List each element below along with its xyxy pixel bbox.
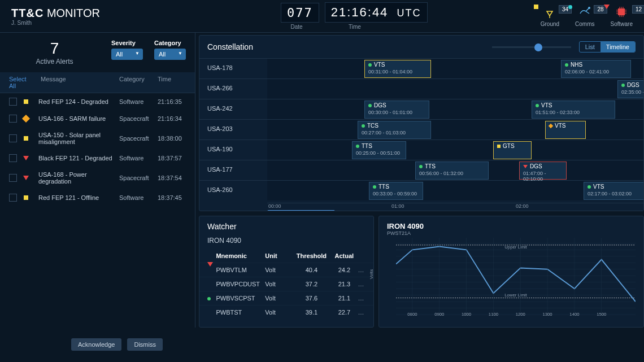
- alert-checkbox[interactable]: [9, 174, 17, 182]
- watcher-row[interactable]: PWBVPCDUSTVolt37.221.3…: [199, 277, 373, 291]
- timeline-event[interactable]: VTS01:51:00 - 02:33:00: [532, 101, 615, 119]
- timeline-event[interactable]: VTS02:17:00 - 03:02:00: [584, 182, 643, 200]
- more-icon[interactable]: …: [358, 309, 366, 316]
- timeline-event[interactable]: GTS: [493, 141, 532, 159]
- svg-text:1200: 1200: [516, 312, 526, 316]
- alert-checkbox[interactable]: [9, 98, 17, 106]
- more-icon[interactable]: …: [358, 295, 366, 302]
- watcher-title: Watcher: [199, 216, 373, 237]
- timeline-event[interactable]: NHS02:06:00 - 02:41:00: [561, 60, 631, 78]
- timeline-event[interactable]: VTS00:31:00 - 01:04:00: [364, 60, 431, 78]
- status-count: 12: [632, 5, 644, 14]
- more-icon[interactable]: …: [358, 281, 366, 287]
- svg-rect-1: [618, 8, 625, 15]
- severity-icon: [207, 267, 216, 273]
- dismiss-button[interactable]: Dismiss: [127, 338, 163, 351]
- timeline-track[interactable]: DGS02:35:00 -: [267, 79, 643, 99]
- timeline-track[interactable]: TCS00:27:00 - 01:03:00 VTS: [267, 120, 643, 139]
- timeline-event[interactable]: TTS00:56:00 - 01:32:00: [415, 162, 489, 180]
- severity-icon: [21, 176, 31, 180]
- alert-row[interactable]: Black FEP 121 - DegradedSoftware18:37:57: [0, 150, 195, 167]
- satellite-label: USA-203: [199, 120, 267, 139]
- alert-row[interactable]: USA-166 - SARM failureSpacecraft21:16:34: [0, 110, 195, 127]
- view-list-tab[interactable]: List: [580, 42, 601, 52]
- antenna-icon: [543, 6, 556, 18]
- svg-point-0: [588, 7, 590, 9]
- severity-icon: [21, 116, 31, 121]
- zoom-slider[interactable]: [492, 46, 571, 48]
- view-timeline-tab[interactable]: Timeline: [601, 42, 635, 52]
- clock-time: 21:16:44 UTC: [325, 2, 428, 23]
- user-name: J. Smith: [11, 20, 100, 26]
- timeline-event[interactable]: DGS01:47:00 - 02:10:00: [519, 162, 567, 180]
- acknowledge-button[interactable]: Acknowledge: [71, 338, 121, 351]
- timeline-event[interactable]: TCS00:27:00 - 01:03:00: [358, 121, 431, 139]
- satellite-label: USA-178: [199, 59, 267, 78]
- satellite-label: USA-190: [199, 140, 267, 160]
- svg-text:1300: 1300: [543, 312, 553, 316]
- svg-text:1000: 1000: [462, 312, 472, 316]
- alert-row[interactable]: USA-168 - Power degradationSpacecraft18:…: [0, 167, 195, 189]
- satellite-label: USA-266: [199, 79, 267, 99]
- alert-checkbox[interactable]: [9, 154, 17, 162]
- chart-panel: IRON 4090 PWST21A Volts 0102030405060708…: [378, 216, 644, 328]
- watcher-iron: IRON 4090: [199, 237, 373, 249]
- watcher-row[interactable]: PWBVSCPSTVolt37.621.1…: [199, 291, 373, 305]
- timeline-track[interactable]: VTS00:31:00 - 01:04:00 NHS02:06:00 - 02:…: [267, 59, 643, 78]
- severity-icon: [207, 295, 216, 302]
- timeline-track[interactable]: TTS00:25:00 - 00:51:00 GTS: [267, 140, 643, 160]
- clock-day: 077: [281, 3, 319, 23]
- alert-row[interactable]: Red FEP 124 - DegradedSoftware21:16:35: [0, 93, 195, 110]
- svg-text:Upper Limit: Upper Limit: [504, 245, 527, 250]
- svg-text:0800: 0800: [407, 312, 417, 316]
- severity-icon: [21, 156, 31, 160]
- alert-checkbox[interactable]: [9, 134, 17, 142]
- timeline-track[interactable]: TTS00:56:00 - 01:32:00 DGS01:47:00 - 02:…: [267, 160, 643, 180]
- severity-icon: [21, 195, 31, 200]
- timeline-track[interactable]: DGS00:30:00 - 01:01:00 VTS01:51:00 - 02:…: [267, 99, 643, 119]
- timeline-event[interactable]: TTS00:33:00 - 00:59:00: [369, 182, 423, 200]
- alerts-count: 7 Active Alerts: [9, 40, 100, 66]
- timeline-event[interactable]: VTS: [545, 121, 586, 139]
- watcher-row[interactable]: PWBVTLMVolt40.424.2…: [199, 263, 373, 277]
- severity-icon: [21, 99, 31, 104]
- satellite-label: USA-260: [199, 181, 267, 200]
- status-software[interactable]: 12Software: [611, 5, 633, 27]
- app-logo: TT&C MONITOR J. Smith: [11, 7, 100, 26]
- svg-text:1100: 1100: [489, 312, 499, 316]
- timeline-event[interactable]: DGS00:30:00 - 01:01:00: [364, 101, 429, 119]
- alert-checkbox[interactable]: [9, 194, 17, 202]
- timeline-event[interactable]: TTS00:25:00 - 00:51:00: [352, 141, 406, 159]
- timeline-event[interactable]: DGS02:35:00 -: [617, 80, 643, 98]
- more-icon[interactable]: …: [358, 267, 366, 273]
- timeline-scrollbar[interactable]: [267, 210, 335, 211]
- signal-icon: [578, 6, 591, 18]
- alert-row[interactable]: Red FEP 121 - OfflineSoftware18:37:45: [0, 189, 195, 206]
- status-ground[interactable]: 34Ground: [541, 5, 559, 27]
- chip-icon: [615, 6, 628, 18]
- severity-icon: [21, 136, 31, 141]
- svg-text:1400: 1400: [569, 312, 580, 316]
- satellite-label: USA-177: [199, 160, 267, 180]
- constellation-title: Constellation: [207, 42, 492, 51]
- alert-checkbox[interactable]: [9, 115, 17, 123]
- svg-text:1500: 1500: [597, 312, 607, 316]
- select-all-link[interactable]: Select All: [9, 76, 31, 89]
- svg-text:Lower Limit: Lower Limit: [504, 293, 527, 298]
- alert-row[interactable]: USA-150 - Solar panel misalignmentSpacec…: [0, 127, 195, 150]
- category-select[interactable]: All: [154, 49, 186, 60]
- watcher-row[interactable]: PWBTSTVolt39.122.7…: [199, 305, 373, 319]
- svg-text:0900: 0900: [434, 312, 445, 316]
- severity-select[interactable]: All: [111, 49, 143, 60]
- status-comms[interactable]: 28Comms: [575, 5, 594, 27]
- satellite-label: USA-242: [199, 99, 267, 119]
- clock: 077 21:16:44 UTC DateTime: [281, 2, 428, 30]
- timeline-track[interactable]: TTS00:33:00 - 00:59:00 VTS02:17:00 - 03:…: [267, 181, 643, 200]
